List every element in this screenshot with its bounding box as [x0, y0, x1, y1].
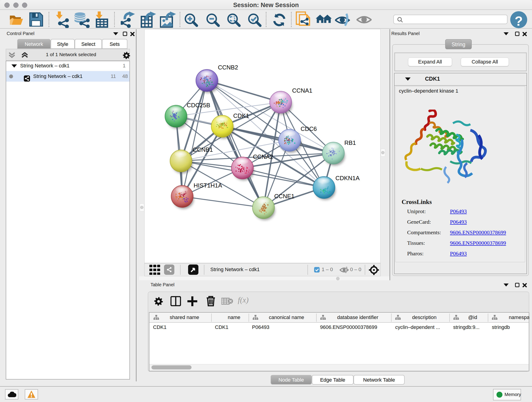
svg-text:?: ? — [515, 13, 523, 28]
svg-text:CDKN1A: CDKN1A — [336, 175, 360, 182]
svg-text:CDC6: CDC6 — [301, 125, 317, 132]
svg-text:RB1: RB1 — [344, 139, 356, 146]
svg-text:CCNB2: CCNB2 — [218, 64, 238, 71]
svg-text:HIST1H1A: HIST1H1A — [194, 182, 222, 189]
svg-text:CCNE1: CCNE1 — [274, 193, 294, 200]
svg-text:CCNB1: CCNB1 — [193, 146, 213, 153]
svg-text:CCNA2: CCNA2 — [253, 153, 273, 160]
svg-text:CCNA1: CCNA1 — [292, 87, 312, 94]
svg-text:CDC25B: CDC25B — [187, 102, 210, 109]
svg-text:CDK1: CDK1 — [233, 112, 249, 119]
